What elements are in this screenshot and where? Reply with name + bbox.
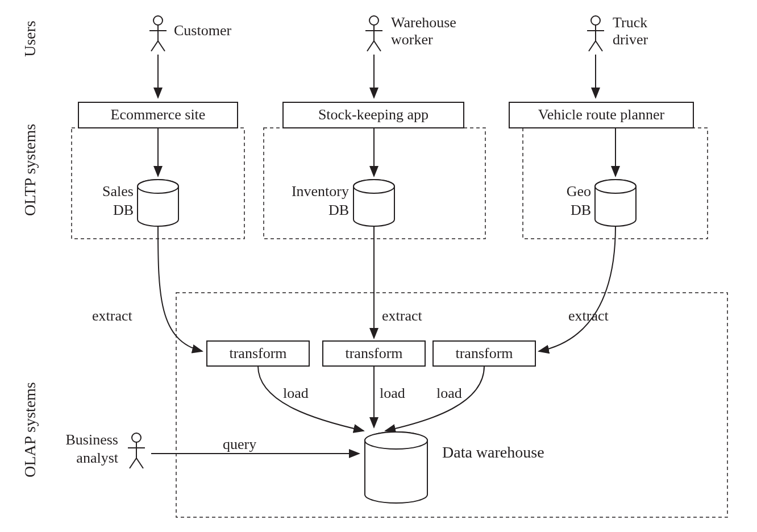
transform-label-1: transform (229, 345, 286, 361)
extract-label-1: extract (92, 307, 133, 324)
transform-label-2: transform (345, 345, 402, 361)
warehouse-worker-actor (365, 16, 382, 51)
truck-driver-actor (587, 16, 604, 51)
arrow-extract-1 (158, 226, 202, 351)
section-oltp-label: OLTP systems (21, 124, 39, 216)
svg-point-23 (365, 432, 427, 449)
business-analyst-label-1: Business (66, 431, 118, 448)
extract-label-2: extract (382, 307, 423, 324)
extract-label-3: extract (568, 307, 609, 324)
olap-box (176, 293, 727, 517)
section-users-label: Users (21, 20, 39, 57)
warehouse-worker-label-1: Warehouse (391, 14, 456, 31)
svg-point-19 (353, 180, 394, 193)
business-analyst-label-2: analyst (76, 450, 118, 466)
ecommerce-label: Ecommerce site (111, 106, 206, 123)
sales-db-label-2: DB (113, 202, 134, 218)
customer-label: Customer (174, 22, 231, 39)
inventory-db-icon (353, 180, 394, 226)
load-label-2: load (380, 385, 405, 401)
svg-line-5 (158, 41, 165, 51)
svg-line-10 (374, 41, 381, 51)
query-label: query (223, 436, 256, 452)
svg-line-4 (151, 41, 158, 51)
stock-keeping-label: Stock-keeping app (318, 106, 429, 123)
svg-point-24 (132, 433, 141, 442)
svg-line-15 (596, 41, 602, 51)
svg-point-21 (595, 180, 636, 193)
arrow-extract-3 (539, 226, 615, 351)
geo-db-icon (595, 180, 636, 226)
svg-point-11 (591, 16, 600, 25)
etl-architecture-diagram: Users OLTP systems OLAP systems Customer… (0, 0, 757, 532)
svg-line-9 (367, 41, 374, 51)
data-warehouse-label: Data warehouse (442, 443, 544, 461)
sales-db-icon (138, 180, 178, 226)
load-label-1: load (283, 385, 309, 401)
truck-driver-label-2: driver (613, 31, 648, 48)
svg-point-1 (153, 16, 163, 25)
sales-db-label-1: Sales (102, 183, 134, 200)
section-olap-label: OLAP systems (21, 382, 39, 477)
svg-point-17 (138, 180, 178, 193)
inventory-db-label-2: DB (328, 202, 349, 218)
truck-driver-label-1: Truck (613, 14, 647, 31)
business-analyst-actor (128, 433, 145, 468)
data-warehouse-icon (365, 432, 427, 503)
svg-line-28 (136, 458, 143, 468)
inventory-db-label-1: Inventory (292, 183, 349, 200)
route-planner-label: Vehicle route planner (538, 106, 665, 123)
arrow-load-1 (258, 366, 364, 431)
transform-label-3: transform (455, 345, 513, 361)
svg-line-27 (130, 458, 136, 468)
customer-actor (149, 16, 167, 51)
svg-point-6 (369, 16, 378, 25)
warehouse-worker-label-2: worker (391, 31, 433, 48)
geo-db-label-1: Geo (567, 183, 591, 200)
geo-db-label-2: DB (571, 202, 591, 218)
svg-line-14 (589, 41, 596, 51)
load-label-3: load (436, 385, 462, 401)
